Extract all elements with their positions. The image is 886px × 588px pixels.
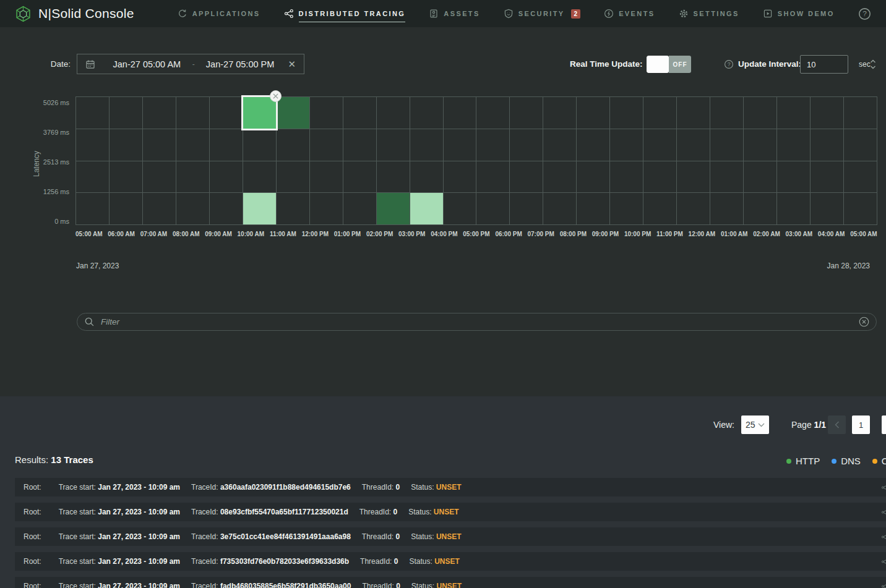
- update-interval-input[interactable]: [800, 55, 848, 74]
- heatmap-cell[interactable]: [243, 193, 276, 224]
- heatmap-cell[interactable]: [277, 129, 309, 161]
- heatmap-cell[interactable]: [811, 193, 843, 224]
- heatmap-cell[interactable]: [610, 161, 643, 193]
- heatmap-cell[interactable]: [543, 97, 576, 129]
- heatmap-cell[interactable]: [210, 193, 243, 224]
- heatmap-cell[interactable]: [76, 129, 109, 161]
- table-row[interactable]: Root:Trace start: Jan 27, 2023 - 10:09 a…: [15, 527, 886, 546]
- table-row[interactable]: Root:Trace start: Jan 27, 2023 - 10:09 a…: [15, 577, 886, 588]
- heatmap-cell[interactable]: [444, 161, 476, 193]
- heatmap-cell[interactable]: [777, 97, 810, 129]
- heatmap-cell[interactable]: [377, 193, 410, 224]
- heatmap-cell[interactable]: [577, 161, 609, 193]
- nav-item-distributed-tracing[interactable]: DISTRIBUTED TRACING: [284, 9, 406, 19]
- heatmap-cell[interactable]: [811, 161, 843, 193]
- heatmap-cell[interactable]: [343, 97, 376, 129]
- heatmap-cell[interactable]: [543, 193, 576, 224]
- heatmap-cell[interactable]: [677, 97, 710, 129]
- heatmap-cell[interactable]: [310, 161, 343, 193]
- nav-item-security[interactable]: SECURITY2: [504, 9, 580, 19]
- trace-share-icon[interactable]: [881, 484, 886, 492]
- heatmap-cell[interactable]: [343, 129, 376, 161]
- heatmap-cell[interactable]: [210, 97, 243, 129]
- heatmap-cell[interactable]: [410, 129, 443, 161]
- heatmap-cell[interactable]: [476, 97, 509, 129]
- heatmap-cell[interactable]: [377, 161, 410, 193]
- heatmap-cell[interactable]: [543, 161, 576, 193]
- heatmap-cell[interactable]: [844, 129, 877, 161]
- date-clear-icon[interactable]: ✕: [288, 59, 296, 70]
- heatmap-cell[interactable]: [210, 129, 243, 161]
- heatmap-selection-close-button[interactable]: [270, 90, 282, 102]
- nav-item-assets[interactable]: ASSETS: [429, 9, 480, 19]
- realtime-update-toggle[interactable]: OFF: [647, 56, 691, 73]
- heatmap-cell[interactable]: [110, 161, 142, 193]
- heatmap-cell[interactable]: [476, 129, 509, 161]
- heatmap-cell[interactable]: [310, 193, 343, 224]
- heatmap-cell[interactable]: [643, 161, 676, 193]
- trace-share-icon[interactable]: [881, 508, 886, 516]
- heatmap-cell[interactable]: [143, 129, 176, 161]
- nav-item-show-demo[interactable]: SHOW DEMO: [763, 9, 835, 19]
- heatmap-cell[interactable]: [210, 161, 243, 193]
- heatmap-cell[interactable]: [277, 193, 309, 224]
- trace-share-icon[interactable]: [881, 533, 886, 541]
- heatmap-cell[interactable]: [176, 129, 209, 161]
- heatmap-cell[interactable]: [844, 193, 877, 224]
- heatmap-cell[interactable]: [610, 193, 643, 224]
- heatmap-cell[interactable]: [510, 193, 543, 224]
- heatmap-cell[interactable]: [476, 193, 509, 224]
- heatmap-cell-selected[interactable]: [243, 97, 276, 129]
- heatmap-cell[interactable]: [277, 161, 309, 193]
- heatmap-cell[interactable]: [744, 97, 776, 129]
- heatmap-cell[interactable]: [643, 129, 676, 161]
- trace-share-icon[interactable]: [881, 582, 886, 588]
- heatmap-cell[interactable]: [143, 161, 176, 193]
- heatmap-cell[interactable]: [310, 129, 343, 161]
- heatmap-cell[interactable]: [811, 129, 843, 161]
- heatmap-cell[interactable]: [710, 193, 743, 224]
- heatmap-cell[interactable]: [76, 193, 109, 224]
- heatmap-cell[interactable]: [377, 97, 410, 129]
- heatmap-cell[interactable]: [110, 193, 142, 224]
- heatmap-cell[interactable]: [444, 97, 476, 129]
- heatmap-cell[interactable]: [777, 129, 810, 161]
- heatmap-cell[interactable]: [643, 97, 676, 129]
- heatmap-cell[interactable]: [444, 129, 476, 161]
- table-row[interactable]: Root:Trace start: Jan 27, 2023 - 10:09 a…: [15, 478, 886, 496]
- heatmap-cell[interactable]: [777, 161, 810, 193]
- heatmap-cell[interactable]: [610, 97, 643, 129]
- heatmap-cell[interactable]: [777, 193, 810, 224]
- heatmap-cell[interactable]: [176, 97, 209, 129]
- heatmap-cell[interactable]: [243, 161, 276, 193]
- heatmap-cell[interactable]: [844, 161, 877, 193]
- filter-input[interactable]: [100, 317, 854, 327]
- heatmap-cell[interactable]: [844, 97, 877, 129]
- table-row[interactable]: Root:Trace start: Jan 27, 2023 - 10:09 a…: [15, 503, 886, 521]
- heatmap-cell[interactable]: [76, 161, 109, 193]
- heatmap-cell[interactable]: [510, 161, 543, 193]
- nav-item-applications[interactable]: APPLICATIONS: [178, 9, 260, 19]
- heatmap-cell[interactable]: [744, 129, 776, 161]
- heatmap-cell[interactable]: [643, 193, 676, 224]
- heatmap-cell[interactable]: [176, 193, 209, 224]
- heatmap-cell[interactable]: [543, 129, 576, 161]
- heatmap-cell[interactable]: [577, 97, 609, 129]
- heatmap-cell[interactable]: [811, 97, 843, 129]
- heatmap-cell[interactable]: [176, 161, 209, 193]
- heatmap-cell[interactable]: [744, 161, 776, 193]
- heatmap-cell[interactable]: [110, 97, 142, 129]
- heatmap-cell[interactable]: [277, 97, 309, 129]
- nav-item-settings[interactable]: SETTINGS: [679, 9, 739, 19]
- heatmap-cell[interactable]: [476, 161, 509, 193]
- page-prev-button[interactable]: [828, 415, 846, 434]
- page-1-button[interactable]: 1: [852, 415, 870, 434]
- heatmap-cell[interactable]: [510, 97, 543, 129]
- date-range-picker[interactable]: Jan-27 05:00 AM - Jan-27 05:00 PM ✕: [77, 54, 304, 74]
- heatmap-cell[interactable]: [110, 129, 142, 161]
- heatmap-cell[interactable]: [710, 97, 743, 129]
- heatmap-cell[interactable]: [444, 193, 476, 224]
- heatmap-cell[interactable]: [577, 129, 609, 161]
- table-row[interactable]: Root:Trace start: Jan 27, 2023 - 10:09 a…: [15, 552, 886, 571]
- interval-help-icon[interactable]: ?: [724, 59, 734, 69]
